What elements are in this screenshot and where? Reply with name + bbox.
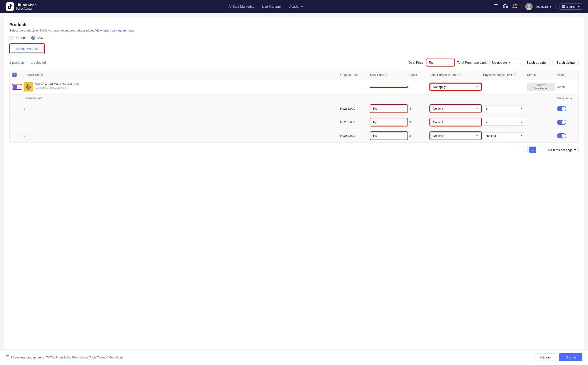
select-all-checkbox[interactable]: ✓ — [12, 73, 22, 77]
sku-deal-price-b: Rp — [370, 118, 407, 126]
nav-live[interactable]: Live Manager — [262, 5, 282, 8]
sku-total-limit-c: No limit ▼ — [430, 105, 481, 112]
items-count: 3 items in total — [24, 96, 338, 100]
logo-title: TikTok Shop — [16, 3, 37, 7]
col-deal-price-header: Deal Price ? — [370, 73, 407, 77]
sku-a-toggle[interactable] — [557, 133, 566, 138]
products-table: ✓ Product Name Original Price Deal Price… — [9, 70, 579, 143]
delete-button[interactable]: Delete — [557, 85, 566, 89]
sku-buyer-limit-a: No limit ▼ — [483, 132, 525, 139]
product-checkbox[interactable]: ✓ — [13, 85, 17, 89]
clipboard-icon[interactable] — [493, 4, 499, 9]
section-description: Select the products or SKUs you want to … — [9, 29, 579, 32]
sku-b-total-limit-dropdown[interactable]: No limit ▼ — [430, 119, 481, 126]
main-nav: Affiliate Marketing Live Manager Academy — [46, 5, 486, 8]
sku-b-deal-input[interactable]: Rp — [371, 119, 403, 126]
sku-radio-circle — [31, 36, 35, 40]
sku-c-deal-input[interactable]: Rp — [371, 105, 403, 112]
sku-b-buyer-chevron-icon: ▼ — [520, 121, 523, 123]
total-limit-help-icon[interactable]: ? — [458, 73, 461, 76]
col-product-name: Product Name — [24, 73, 338, 77]
select-products-button[interactable]: Select Products — [11, 45, 43, 53]
sku-row-c: c Rp258.000 Rp 4 No limit ▼ 3 ▼ — [10, 102, 578, 116]
batch-delete-button[interactable]: Batch delete — [553, 59, 579, 66]
header-right: test8115 ▼ English ▼ — [493, 3, 582, 10]
cancel-button[interactable]: Cancel — [535, 353, 556, 358]
copy-icon[interactable]: ⎘ — [67, 86, 68, 89]
not-apply-dropdown[interactable]: Not apply ▼ — [430, 84, 481, 90]
per-page-dropdown[interactable]: 50 items per page ▼ — [546, 147, 579, 153]
select-products-wrapper: Select Products — [9, 43, 45, 54]
col-buyer-limit-header: Buyer Purchase Limit ? — [483, 73, 525, 77]
batch-row: 1 products | 1 selected Deal Price Rp To… — [9, 59, 579, 66]
product-action: Delete — [557, 85, 576, 89]
headset-icon[interactable] — [503, 4, 508, 9]
sku-a-buyer-limit-dropdown[interactable]: No limit ▼ — [483, 132, 525, 139]
sku-price-b: Rp258.000 — [340, 120, 368, 124]
page-title: Products — [9, 22, 579, 27]
sku-variant-c: c — [24, 107, 338, 110]
product-total-limit-col: Not apply ▼ — [430, 83, 481, 91]
sku-a-total-limit-dropdown[interactable]: No limit ▼ — [430, 132, 481, 139]
radio-product[interactable]: Product — [9, 36, 26, 40]
total-limit-batch-label: Total Purchase Limit — [457, 61, 487, 64]
sku-radio-label: SKU — [36, 36, 43, 40]
items-count-row: 3 items in total Collapse ▲ — [10, 95, 578, 102]
product-radio-circle — [9, 36, 13, 40]
sku-a-buyer-chevron-icon: ▼ — [520, 134, 523, 137]
notification-icon[interactable] — [512, 4, 517, 9]
table-row: ✓ 🦆 Multicoloured Multicoloured Boys ID:… — [10, 79, 578, 95]
deal-price-batch-input[interactable]: Rp — [426, 59, 454, 66]
tiktok-logo-icon — [6, 2, 14, 11]
sku-c-toggle[interactable] — [557, 106, 566, 111]
batch-update-button[interactable]: Batch update — [523, 59, 550, 66]
svg-rect-0 — [6, 2, 14, 11]
terms-link[interactable]: TikTok Shop Seller Promotional Tools Ter… — [46, 356, 124, 358]
submit-button[interactable]: Submit — [559, 353, 582, 358]
avatar — [525, 3, 533, 10]
product-deal-price-col — [370, 86, 407, 87]
logo: TikTok Shop Seller Center — [6, 2, 38, 11]
deal-price-help-icon[interactable]: ? — [385, 73, 388, 76]
sku-c-total-limit-dropdown[interactable]: No limit ▼ — [430, 105, 481, 112]
user-chevron-icon: ▼ — [549, 5, 552, 8]
sku-price-c: Rp258.000 — [340, 107, 368, 110]
status-badge: Platform Deactivated — [527, 83, 555, 91]
terms-area: I have read and agree to TikTok Shop Sel… — [6, 355, 123, 358]
col-stock: Stock — [409, 73, 428, 77]
sku-c-buyer-limit-dropdown[interactable]: 3 ▼ — [483, 105, 525, 112]
collapse-icon: ▲ — [570, 96, 573, 100]
no-update-dropdown[interactable]: No update ▼ — [489, 59, 520, 66]
prev-page-btn[interactable]: ‹ — [521, 147, 528, 153]
notification-badge — [516, 4, 517, 6]
flash-deal-link[interactable]: flash deal requirements — [103, 29, 134, 32]
nav-academy[interactable]: Academy — [289, 5, 303, 8]
collapse-btn[interactable]: Collapse ▲ — [557, 96, 576, 100]
header: TikTok Shop Seller Center Affiliate Mark… — [0, 0, 588, 13]
username: test8115 — [536, 5, 548, 8]
buyer-limit-help-icon[interactable]: ? — [513, 73, 516, 76]
product-info: 🦆 Multicoloured Multicoloured Boys ID:17… — [24, 82, 338, 91]
terms-checkbox[interactable] — [6, 355, 9, 358]
not-apply-chevron-icon: ▼ — [476, 86, 478, 88]
sku-price-a: Rp258.000 — [340, 134, 368, 137]
sku-a-total-chevron-icon: ▼ — [476, 134, 478, 137]
sku-b-toggle[interactable] — [557, 120, 566, 125]
user-menu[interactable]: test8115 ▼ — [536, 5, 552, 8]
sku-c-total-chevron-icon: ▼ — [476, 107, 478, 110]
svg-rect-2 — [494, 5, 498, 9]
sku-stock-b: 3 — [409, 120, 428, 124]
sku-buyer-limit-b: 2 ▼ — [483, 119, 525, 126]
sku-total-limit-b: No limit ▼ — [430, 118, 481, 126]
sku-a-deal-input[interactable]: Rp — [371, 132, 403, 139]
header-divider2 — [556, 4, 556, 9]
nav-affiliate[interactable]: Affiliate Marketing — [229, 5, 255, 8]
next-page-btn[interactable]: › — [538, 147, 544, 153]
sku-deal-price-a: Rp — [370, 132, 407, 140]
deal-price-currency: Rp — [429, 61, 433, 64]
sku-variant-a: a — [24, 134, 338, 137]
page-1-btn[interactable]: 1 — [529, 147, 536, 153]
radio-sku[interactable]: SKU — [31, 36, 43, 40]
language-selector[interactable]: English ▼ — [560, 4, 582, 10]
sku-b-buyer-limit-dropdown[interactable]: 2 ▼ — [483, 119, 525, 126]
